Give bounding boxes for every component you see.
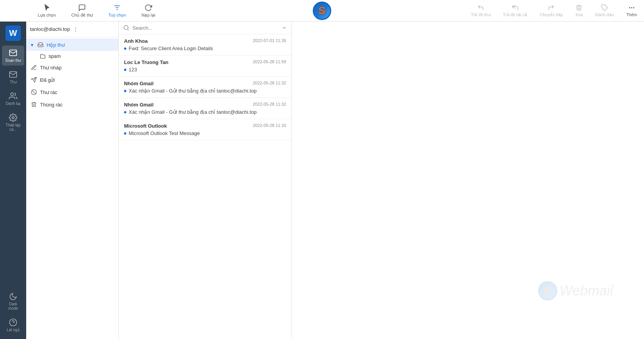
email-sender: Microsoft Outlook <box>124 123 167 129</box>
email-sender: Loc Le Truong Tan <box>124 59 168 65</box>
cursor-icon <box>43 4 51 12</box>
email-subject: 123 <box>129 67 137 73</box>
tra-loi-thu-button[interactable]: Trả lời thư <box>468 3 493 19</box>
logo-letter: S <box>319 5 326 17</box>
search-icon <box>123 25 129 31</box>
trash-icon <box>575 4 582 11</box>
thu-label: Thư <box>10 80 17 84</box>
sidebar-item-loi-ngo[interactable]: Lời ngỏ <box>2 315 24 335</box>
email-subject: Fwd: Secure Client Area Login Details <box>129 46 213 51</box>
email-subject-row: Microsoft Outlook Test Message <box>124 130 286 136</box>
sidebar-item-danh-ba[interactable]: Danh bạ <box>2 89 24 109</box>
search-input[interactable] <box>132 25 278 31</box>
folder-icon <box>40 54 45 59</box>
them-label: Thêm <box>626 12 637 17</box>
email-subject-row: 123 <box>124 67 286 73</box>
danh-dau-button[interactable]: Đánh dấu <box>592 3 617 19</box>
email-subject-row: Xác nhận Gmail - Gửi thư bằng địa chỉ ta… <box>124 109 286 115</box>
email-item-header: Nhóm Gmail 2022-05-28 11:32 <box>124 102 286 108</box>
email-list: Anh Khoa 2022-07-01 11:26 Fwd: Secure Cl… <box>119 34 292 339</box>
loi-ngo-label: Lời ngỏ <box>7 328 20 332</box>
sidebar-item-soan-thu[interactable]: Soạn thư <box>2 46 24 66</box>
tra-loi-tat-ca-button[interactable]: Trả lời tất cả <box>500 3 531 19</box>
reading-pane: S Webmail <box>292 22 644 339</box>
nav-more-icon[interactable]: ⋮ <box>73 26 78 32</box>
nav-header: tanloc@diachi.top ⋮ <box>26 22 118 37</box>
xoa-label: Xóa <box>575 12 583 17</box>
thiet-lap-label: Thiết lập cá... <box>4 123 22 132</box>
dark-mode-label: Dark mode <box>4 302 22 310</box>
chevron-down-icon: ▾ <box>31 42 34 48</box>
compose-icon <box>9 49 17 57</box>
tra-loi-thu-label: Trả lời thư <box>471 12 490 17</box>
svg-line-17 <box>32 90 35 94</box>
reply-icon <box>477 4 484 11</box>
nav-folder-hop-thu[interactable]: ▾ Hộp thư <box>26 39 118 51</box>
sent-icon <box>31 77 37 83</box>
email-subject: Xác nhận Gmail - Gửi thư bằng địa chỉ ta… <box>129 109 257 115</box>
search-dropdown-icon[interactable] <box>282 25 287 30</box>
help-icon <box>9 318 17 327</box>
trash-folder-icon <box>31 101 37 108</box>
draft-icon <box>31 64 37 71</box>
email-item[interactable]: Nhóm Gmail 2022-05-28 11:32 Xác nhận Gma… <box>119 77 292 98</box>
tra-loi-tat-ca-label: Trả lời tất cả <box>503 12 528 17</box>
chu-de-thu-button[interactable]: Chủ đề thư <box>68 2 96 19</box>
watermark-text: Webmail <box>560 283 613 299</box>
nav-folder-thu-nhap[interactable]: Thư nháp <box>26 61 118 74</box>
email-item[interactable]: Nhóm Gmail 2022-05-28 11:32 Xác nhận Gma… <box>119 98 292 119</box>
email-date: 2022-07-01 11:26 <box>253 38 286 44</box>
logo-circle: S <box>313 2 331 20</box>
webmail-logo-icon: W <box>5 25 21 41</box>
contacts-icon <box>9 92 17 100</box>
thu-nhap-folder-label: Thư nháp <box>40 65 62 71</box>
app-logo: S <box>313 2 331 20</box>
email-subject: Microsoft Outlook Test Message <box>129 130 200 136</box>
svg-point-5 <box>631 7 632 8</box>
svg-point-6 <box>633 7 634 8</box>
nav-email: tanloc@diachi.top <box>30 26 70 32</box>
svg-point-4 <box>629 7 630 8</box>
main-layout: W Soạn thư Thư Danh bạ <box>0 22 644 339</box>
refresh-icon <box>144 4 152 12</box>
unread-dot <box>124 132 126 135</box>
nap-lai-label: Nạp lại <box>141 13 155 18</box>
svg-point-11 <box>12 116 14 119</box>
spam-label: spam <box>49 53 61 59</box>
nav-folder-da-gui[interactable]: Đã gửi <box>26 74 118 86</box>
them-button[interactable]: Thêm <box>623 3 640 19</box>
sidebar-item-thiet-lap[interactable]: Thiết lập cá... <box>2 110 24 135</box>
chuyen-tiep-button[interactable]: Chuyển tiếp <box>537 3 566 19</box>
unread-dot <box>124 90 126 92</box>
email-date: 2022-05-28 11:10 <box>253 123 286 129</box>
email-item-header: Microsoft Outlook 2022-05-28 11:10 <box>124 123 286 129</box>
nav-folder-thung-rac[interactable]: Thùng rác <box>26 98 118 111</box>
email-item-header: Nhóm Gmail 2022-05-28 11:32 <box>124 81 286 86</box>
email-item[interactable]: Anh Khoa 2022-07-01 11:26 Fwd: Secure Cl… <box>119 34 292 56</box>
nav-panel: tanloc@diachi.top ⋮ ▾ Hộp thư spam <box>26 22 119 339</box>
lua-chon-button[interactable]: Lựa chọn <box>35 2 59 19</box>
tag-icon <box>601 4 608 11</box>
nav-folder-thu-rac[interactable]: Thư rác <box>26 86 118 98</box>
tuy-chon-button[interactable]: Tuỳ chọn <box>106 2 129 19</box>
email-item[interactable]: Loc Le Truong Tan 2022-05-28 11:59 123 <box>119 56 292 77</box>
watermark: S Webmail <box>538 281 613 300</box>
sidebar-item-dark-mode[interactable]: Dark mode <box>2 289 24 314</box>
nav-folder-spam[interactable]: spam <box>26 51 118 61</box>
sidebar-item-thu[interactable]: Thư <box>2 67 24 87</box>
chu-de-thu-label: Chủ đề thư <box>71 13 93 18</box>
email-item[interactable]: Microsoft Outlook 2022-05-28 11:10 Micro… <box>119 119 292 140</box>
xoa-button[interactable]: Xóa <box>572 3 586 19</box>
nav-folders: ▾ Hộp thư spam Thư nháp <box>26 37 118 112</box>
tuy-chon-label: Tuỳ chọn <box>109 13 126 18</box>
email-subject-row: Xác nhận Gmail - Gửi thư bằng địa chỉ ta… <box>124 88 286 94</box>
toolbar-right: Trả lời thư Trả lời tất cả Chuyển tiếp <box>468 3 640 19</box>
nap-lai-button[interactable]: Nạp lại <box>138 2 158 19</box>
thu-rac-label: Thư rác <box>40 89 57 95</box>
more-icon <box>628 4 635 11</box>
hop-thu-label: Hộp thư <box>47 42 65 48</box>
danh-ba-label: Danh bạ <box>6 101 20 106</box>
reply-all-icon <box>512 4 518 11</box>
moon-icon <box>9 292 17 301</box>
chat-icon <box>78 4 86 12</box>
